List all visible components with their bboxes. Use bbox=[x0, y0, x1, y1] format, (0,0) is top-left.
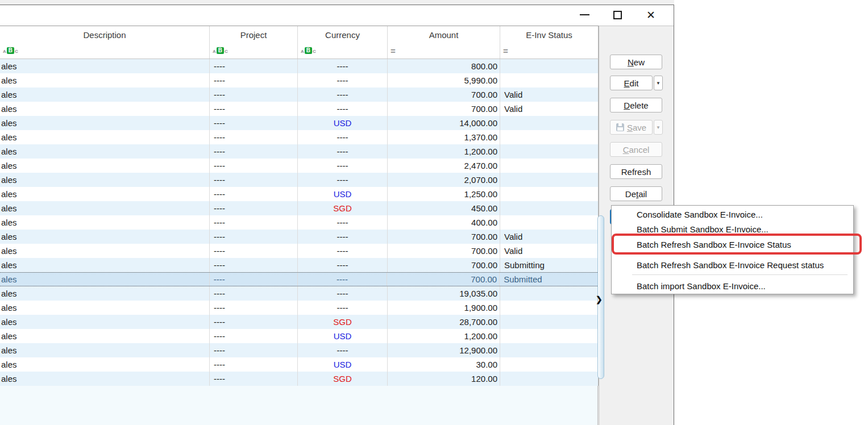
cell-project[interactable]: ---- bbox=[210, 159, 298, 173]
titlebar[interactable]: ✕ bbox=[0, 5, 674, 26]
save-button[interactable]: Save bbox=[610, 120, 653, 135]
cell-amount[interactable]: 700.00 bbox=[388, 88, 500, 102]
table-row[interactable]: ales--------1,200.00 bbox=[0, 144, 599, 159]
cell-amount[interactable]: 700.00 bbox=[388, 102, 500, 116]
menu-item[interactable]: Batch import Sandbox E-Invoice... bbox=[612, 279, 853, 294]
cell-project[interactable]: ---- bbox=[210, 258, 298, 272]
cell-currency[interactable]: ---- bbox=[298, 73, 388, 88]
cell-currency[interactable]: USD bbox=[298, 187, 388, 201]
cell-description[interactable]: ales bbox=[0, 357, 210, 372]
cell-project[interactable]: ---- bbox=[210, 116, 298, 130]
cell-currency[interactable]: ---- bbox=[298, 130, 388, 144]
cell-e-inv-status[interactable] bbox=[500, 343, 599, 357]
equals-filter-icon[interactable]: = bbox=[391, 47, 396, 55]
cell-project[interactable]: ---- bbox=[210, 215, 298, 230]
cell-project[interactable]: ---- bbox=[210, 315, 298, 329]
table-row[interactable]: ales--------700.00Valid bbox=[0, 244, 599, 258]
cell-amount[interactable]: 5,990.00 bbox=[388, 73, 500, 88]
cell-currency[interactable]: ---- bbox=[298, 301, 388, 315]
cell-currency[interactable]: ---- bbox=[298, 144, 388, 159]
cell-amount[interactable]: 30.00 bbox=[388, 357, 500, 372]
cell-amount[interactable]: 2,470.00 bbox=[388, 159, 500, 173]
cell-description[interactable]: ales bbox=[0, 329, 210, 343]
menu-item[interactable]: Batch Refresh Sandbox E-Invoice Status bbox=[612, 238, 853, 252]
abc-filter-icon[interactable]: ABC bbox=[301, 47, 316, 54]
column-header-currency[interactable]: Currency ABC bbox=[298, 26, 388, 59]
cell-amount[interactable]: 700.00 bbox=[388, 258, 500, 272]
cell-project[interactable]: ---- bbox=[210, 73, 298, 88]
cell-project[interactable]: ---- bbox=[210, 187, 298, 201]
cell-amount[interactable]: 2,070.00 bbox=[388, 173, 500, 187]
cell-amount[interactable]: 1,370.00 bbox=[388, 130, 500, 144]
cancel-button[interactable]: Cancel bbox=[610, 142, 662, 157]
cell-description[interactable]: ales bbox=[0, 187, 210, 201]
detail-button[interactable]: Detail bbox=[610, 186, 662, 201]
cell-project[interactable]: ---- bbox=[210, 372, 298, 386]
cell-e-inv-status[interactable]: Valid bbox=[500, 102, 599, 116]
cell-amount[interactable]: 450.00 bbox=[388, 201, 500, 215]
cell-currency[interactable]: ---- bbox=[298, 273, 388, 286]
table-row[interactable]: ales----SGD120.00 bbox=[0, 372, 599, 386]
cell-description[interactable]: ales bbox=[0, 215, 210, 230]
cell-e-inv-status[interactable]: Valid bbox=[500, 230, 599, 244]
close-button[interactable]: ✕ bbox=[639, 5, 662, 24]
cell-currency[interactable]: ---- bbox=[298, 258, 388, 272]
cell-amount[interactable]: 700.00 bbox=[388, 230, 500, 244]
cell-currency[interactable]: SGD bbox=[298, 201, 388, 215]
cell-currency[interactable]: ---- bbox=[298, 343, 388, 357]
cell-currency[interactable]: ---- bbox=[298, 244, 388, 258]
cell-currency[interactable]: ---- bbox=[298, 102, 388, 116]
cell-description[interactable]: ales bbox=[0, 301, 210, 315]
cell-description[interactable]: ales bbox=[0, 159, 210, 173]
menu-item[interactable]: Batch Refresh Sandbox E-Invoice Request … bbox=[612, 258, 853, 273]
save-dropdown-button[interactable]: ▼ bbox=[654, 120, 663, 135]
table-row[interactable]: ales--------400.00 bbox=[0, 215, 599, 230]
cell-project[interactable]: ---- bbox=[210, 88, 298, 102]
cell-description[interactable]: ales bbox=[0, 116, 210, 130]
cell-project[interactable]: ---- bbox=[210, 329, 298, 343]
cell-e-inv-status[interactable] bbox=[500, 159, 599, 173]
cell-amount[interactable]: 1,200.00 bbox=[388, 329, 500, 343]
cell-e-inv-status[interactable] bbox=[500, 286, 599, 301]
cell-currency[interactable]: SGD bbox=[298, 315, 388, 329]
table-row[interactable]: ales--------700.00Valid bbox=[0, 88, 599, 102]
table-row[interactable]: ales--------700.00Submitting bbox=[0, 258, 599, 272]
cell-currency[interactable]: SGD bbox=[298, 372, 388, 386]
cell-project[interactable]: ---- bbox=[210, 59, 298, 73]
cell-e-inv-status[interactable] bbox=[500, 315, 599, 329]
table-row[interactable]: ales----USD1,250.00 bbox=[0, 187, 599, 201]
cell-e-inv-status[interactable] bbox=[500, 301, 599, 315]
cell-e-inv-status[interactable]: Submitting bbox=[500, 258, 599, 272]
cell-description[interactable]: ales bbox=[0, 88, 210, 102]
cell-e-inv-status[interactable] bbox=[500, 59, 599, 73]
cell-amount[interactable]: 1,200.00 bbox=[388, 144, 500, 159]
cell-e-inv-status[interactable] bbox=[500, 215, 599, 230]
cell-project[interactable]: ---- bbox=[210, 102, 298, 116]
table-row[interactable]: ales--------1,900.00 bbox=[0, 301, 599, 315]
cell-description[interactable]: ales bbox=[0, 343, 210, 357]
edit-dropdown-button[interactable]: ▼ bbox=[654, 76, 663, 90]
cell-e-inv-status[interactable] bbox=[500, 73, 599, 88]
cell-description[interactable]: ales bbox=[0, 73, 210, 88]
table-row[interactable]: ales--------800.00 bbox=[0, 59, 599, 73]
table-row[interactable]: ales----USD30.00 bbox=[0, 357, 599, 372]
column-header-description[interactable]: Description ABC bbox=[0, 26, 210, 59]
menu-item[interactable]: Batch Submit Sandbox E-Invoice... bbox=[612, 222, 853, 237]
cell-project[interactable]: ---- bbox=[210, 173, 298, 187]
minimize-button[interactable] bbox=[573, 5, 596, 24]
cell-amount[interactable]: 1,900.00 bbox=[388, 301, 500, 315]
cell-e-inv-status[interactable] bbox=[500, 357, 599, 372]
cell-currency[interactable]: ---- bbox=[298, 286, 388, 301]
column-header-amount[interactable]: Amount = bbox=[388, 26, 500, 59]
equals-filter-icon[interactable]: = bbox=[503, 47, 508, 55]
cell-description[interactable]: ales bbox=[0, 59, 210, 73]
cell-amount[interactable]: 700.00 bbox=[388, 244, 500, 258]
new-button[interactable]: New bbox=[610, 55, 662, 69]
cell-description[interactable]: ales bbox=[0, 173, 210, 187]
cell-currency[interactable]: ---- bbox=[298, 215, 388, 230]
cell-e-inv-status[interactable] bbox=[500, 201, 599, 215]
edit-button[interactable]: Edit bbox=[610, 76, 653, 90]
cell-currency[interactable]: ---- bbox=[298, 173, 388, 187]
cell-description[interactable]: ales bbox=[0, 273, 210, 286]
cell-e-inv-status[interactable]: Valid bbox=[500, 244, 599, 258]
